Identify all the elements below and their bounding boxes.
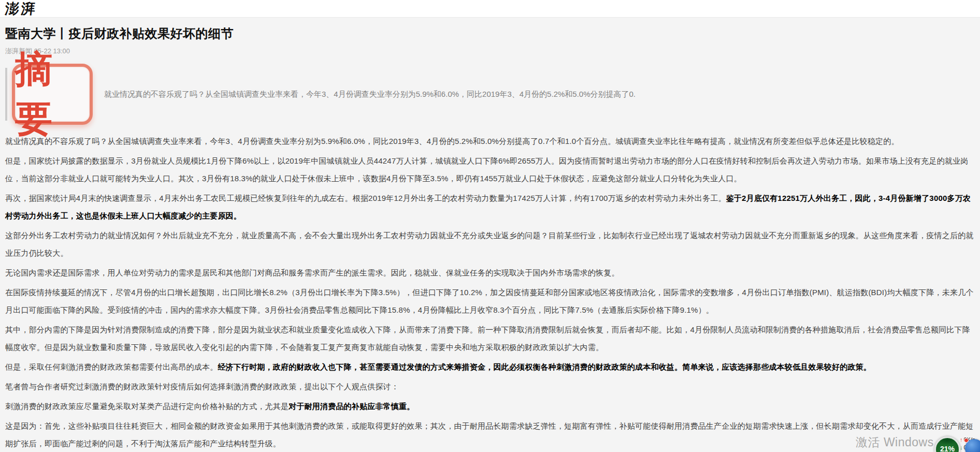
abstract-quote-bar bbox=[5, 68, 7, 121]
article-paragraph: 这是因为：首先，这些补贴项目往往耗资巨大，相同金额的财政资金如果用于其他刺激消费… bbox=[5, 417, 975, 452]
article-paragraph: 但是，采取任何刺激消费的财政政策都需要付出高昂的成本。经济下行时期，政府的财政收… bbox=[5, 358, 975, 376]
page-title: 暨南大学丨疫后财政补贴效果好坏的细节 bbox=[5, 25, 975, 42]
notification-dot bbox=[964, 438, 969, 443]
site-header: 澎湃 bbox=[0, 0, 980, 18]
browser-tray-icon[interactable] bbox=[965, 439, 980, 452]
abstract-section: 摘要 就业情况真的不容乐观了吗？从全国城镇调查失业率来看，今年3、4月份调查失业… bbox=[5, 64, 975, 125]
article-paragraph: 这部分外出务工农村劳动力的就业情况如何？外出后就业充不充分，就业质量高不高，会不… bbox=[5, 227, 975, 262]
article-paragraph: 就业情况真的不容乐观了吗？从全国城镇调查失业率来看，今年3、4月份调查失业率分别… bbox=[5, 133, 975, 150]
optimizer-percent-value: 21% bbox=[940, 445, 955, 452]
paragraph-segment: 但是，采取任何刺激消费的财政政策都需要付出高昂的成本。 bbox=[5, 362, 218, 371]
paragraph-segment: 这是因为：首先，这些补贴项目往往耗资巨大，相同金额的财政资金如果用于其他刺激消费… bbox=[5, 421, 974, 448]
article-paragraph: 无论国内需求还是国际需求，用人单位对劳动力的需求是居民和其他部门对商品和服务需求… bbox=[5, 264, 975, 282]
abstract-text: 就业情况真的不容乐观了吗？从全国城镇调查失业率来看，今年3、4月份调查失业率分别… bbox=[104, 90, 636, 99]
article-container: 暨南大学丨疫后财政补贴效果好坏的细节 澎湃新闻 05-22 13:00 摘要 就… bbox=[0, 25, 980, 452]
paragraph-bold-segment: 经济下行时期，政府的财政收入也下降，甚至需要通过发债的方式来筹措资金，因此必须权… bbox=[218, 362, 871, 371]
paragraph-segment: 就业情况真的不容乐观了吗？从全国城镇调查失业率来看，今年3、4月份调查失业率分别… bbox=[5, 137, 899, 145]
paragraph-bold-segment: 对于耐用消费品的补贴应非常慎重。 bbox=[289, 402, 414, 411]
paragraph-segment: 刺激消费的财政政策应尽量避免采取对某类产品进行定向价格补贴的方式，尤其是 bbox=[5, 402, 289, 411]
paragraph-segment: 无论国内需求还是国际需求，用人单位对劳动力的需求是居民和其他部门对商品和服务需求… bbox=[5, 268, 619, 277]
article-paragraph: 刺激消费的财政政策应尽量避免采取对某类产品进行定向价格补贴的方式，尤其是对于耐用… bbox=[5, 398, 975, 415]
paragraph-segment: 其中，部分内需的下降是因为针对消费限制造成的消费下降，部分是因为就业状态和就业质… bbox=[5, 325, 970, 352]
byline: 澎湃新闻 05-22 13:00 bbox=[5, 47, 975, 56]
paragraph-segment: 再次，据国家统计局4月末的快速调查显示，4月末外出务工农民工规模已经恢复到往年的… bbox=[5, 194, 726, 202]
abstract-stamp-image: 摘要 bbox=[12, 64, 93, 125]
article-paragraph: 在国际疫情持续蔓延的情况下，尽管4月份的出口增长超预期，出口同比增长8.2%（3… bbox=[5, 284, 975, 319]
activate-windows-watermark: 激活 Windows bbox=[856, 434, 934, 450]
article-body: 就业情况真的不容乐观了吗？从全国城镇调查失业率来看，今年3、4月份调查失业率分别… bbox=[5, 133, 975, 452]
article-paragraph: 笔者曾与合作者研究过刺激消费的财政政策针对疫情后如何选择刺激消费的财政政策，提出… bbox=[5, 378, 975, 396]
upload-arrow-icon: ↑ bbox=[960, 436, 963, 444]
article-paragraph: 但是，国家统计局披露的数据显示，3月份就业人员规模比1月份下降6%以上，以201… bbox=[5, 152, 975, 187]
article-paragraph: 其中，部分内需的下降是因为针对消费限制造成的消费下降，部分是因为就业状态和就业质… bbox=[5, 321, 975, 356]
paragraph-segment: 在国际疫情持续蔓延的情况下，尽管4月份的出口增长超预期，出口同比增长8.2%（3… bbox=[5, 288, 974, 314]
paragraph-segment: 笔者曾与合作者研究过刺激消费的财政政策针对疫情后如何选择刺激消费的财政政策，提出… bbox=[5, 382, 399, 391]
paragraph-segment: 但是，国家统计局披露的数据显示，3月份就业人员规模比1月份下降6%以上，以201… bbox=[5, 156, 969, 183]
pengpai-logo[interactable]: 澎湃 bbox=[4, 0, 38, 18]
paragraph-segment: 这部分外出务工农村劳动力的就业情况如何？外出后就业充不充分，就业质量高不高，会不… bbox=[5, 231, 974, 257]
article-paragraph: 再次，据国家统计局4月末的快速调查显示，4月末外出务工农民工规模已经恢复到往年的… bbox=[5, 189, 975, 225]
